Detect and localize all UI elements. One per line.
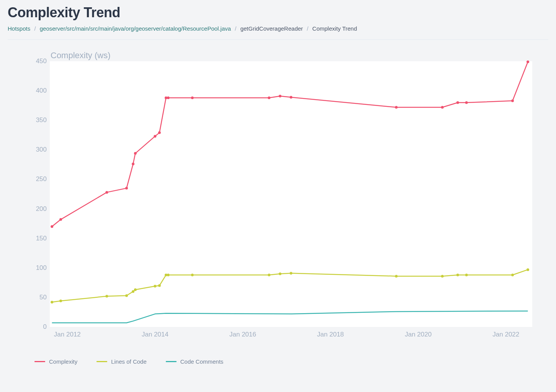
data-point[interactable]	[511, 100, 514, 102]
x-tick-label: Jan 2022	[492, 331, 519, 338]
breadcrumb-item-function: getGridCoverageReader	[240, 25, 303, 32]
legend-label: Lines of Code	[111, 358, 147, 365]
data-point[interactable]	[134, 288, 137, 291]
data-point[interactable]	[132, 163, 134, 165]
data-point[interactable]	[465, 274, 468, 276]
x-tick-label: Jan 2020	[405, 331, 432, 338]
data-point[interactable]	[158, 284, 161, 287]
data-point[interactable]	[290, 272, 293, 274]
y-tick-label: 100	[28, 264, 47, 272]
x-tick-label: Jan 2016	[229, 331, 256, 338]
data-point[interactable]	[51, 225, 53, 228]
y-tick-label: 450	[28, 57, 47, 65]
breadcrumb-link-hotspots[interactable]: Hotspots	[8, 25, 30, 32]
data-point[interactable]	[167, 96, 170, 99]
data-point[interactable]	[279, 273, 281, 275]
data-point[interactable]	[167, 274, 170, 276]
data-point[interactable]	[105, 191, 108, 194]
data-point[interactable]	[456, 101, 459, 104]
data-point[interactable]	[395, 275, 397, 278]
data-point[interactable]	[132, 290, 134, 293]
y-tick-label: 50	[28, 294, 47, 301]
data-point[interactable]	[279, 95, 281, 98]
data-point[interactable]	[290, 96, 293, 99]
page-title: Complexity Trend	[8, 5, 548, 21]
data-point[interactable]	[51, 301, 53, 304]
data-point[interactable]	[125, 294, 128, 297]
data-point[interactable]	[441, 275, 444, 278]
data-point[interactable]	[441, 106, 444, 109]
data-point[interactable]	[125, 187, 128, 189]
y-tick-label: 150	[28, 235, 47, 242]
breadcrumb-separator: /	[34, 25, 36, 32]
data-point[interactable]	[527, 60, 529, 63]
y-tick-label: 300	[28, 146, 47, 154]
breadcrumb-link-file[interactable]: geoserver/src/main/src/main/java/org/geo…	[40, 25, 231, 32]
data-point[interactable]	[134, 152, 137, 155]
data-point[interactable]	[191, 96, 194, 99]
legend-item-lines-of-code[interactable]: Lines of Code	[96, 358, 147, 365]
data-point[interactable]	[527, 268, 529, 271]
breadcrumb-separator: /	[235, 25, 236, 32]
y-tick-label: 250	[28, 175, 47, 183]
data-point[interactable]	[465, 101, 468, 104]
y-tick-label: 350	[28, 116, 47, 124]
data-point[interactable]	[59, 300, 62, 302]
complexity-trend-chart[interactable]: Complexity (ws) 050100150200250300350400…	[23, 51, 532, 342]
breadcrumb: Hotspots / geoserver/src/main/src/main/j…	[8, 25, 548, 40]
data-point[interactable]	[395, 106, 397, 109]
data-point[interactable]	[154, 135, 156, 137]
legend-item-code-comments[interactable]: Code Comments	[166, 358, 224, 365]
data-point[interactable]	[154, 285, 156, 287]
x-tick-label: Jan 2018	[317, 331, 344, 338]
y-tick-label: 0	[28, 323, 47, 331]
legend-swatch	[166, 361, 177, 362]
legend-swatch	[34, 361, 45, 362]
series-line	[52, 62, 528, 227]
legend-item-complexity[interactable]: Complexity	[34, 358, 77, 365]
legend-label: Complexity	[49, 358, 77, 365]
series-line	[52, 311, 528, 323]
legend-swatch	[96, 361, 107, 362]
chart-legend: Complexity Lines of Code Code Comments	[0, 354, 556, 372]
data-point[interactable]	[511, 274, 514, 276]
data-point[interactable]	[158, 131, 161, 134]
breadcrumb-separator: /	[307, 25, 308, 32]
data-point[interactable]	[59, 218, 62, 221]
data-point[interactable]	[105, 295, 108, 297]
data-point[interactable]	[456, 274, 459, 276]
x-tick-label: Jan 2014	[142, 331, 168, 338]
data-point[interactable]	[268, 96, 270, 99]
chart-svg	[23, 51, 532, 342]
breadcrumb-item-current: Complexity Trend	[312, 25, 357, 32]
y-tick-label: 200	[28, 205, 47, 213]
y-tick-label: 400	[28, 87, 47, 95]
x-tick-label: Jan 2012	[54, 331, 81, 338]
data-point[interactable]	[268, 274, 270, 276]
legend-label: Code Comments	[180, 358, 224, 365]
data-point[interactable]	[191, 274, 194, 276]
